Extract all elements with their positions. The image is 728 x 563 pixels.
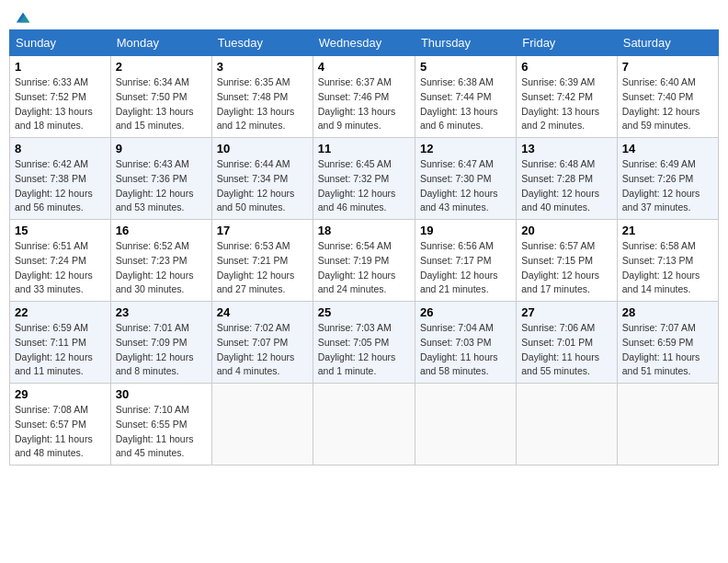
day-info: Sunrise: 6:33 AM Sunset: 7:52 PM Dayligh… xyxy=(15,75,106,133)
day-number: 29 xyxy=(15,387,106,401)
day-number: 25 xyxy=(318,305,410,319)
day-number: 15 xyxy=(15,224,106,237)
calendar-cell: 30 Sunrise: 7:10 AM Sunset: 6:55 PM Dayl… xyxy=(110,384,211,465)
calendar-cell: 12 Sunrise: 6:47 AM Sunset: 7:30 PM Dayl… xyxy=(415,138,516,220)
day-header-tuesday: Tuesday xyxy=(211,30,313,56)
day-info: Sunrise: 6:48 AM Sunset: 7:28 PM Dayligh… xyxy=(521,157,611,215)
day-info: Sunrise: 7:02 AM Sunset: 7:07 PM Dayligh… xyxy=(217,321,308,379)
day-number: 20 xyxy=(521,224,611,237)
calendar-cell: 22 Sunrise: 6:59 AM Sunset: 7:11 PM Dayl… xyxy=(10,302,111,384)
day-info: Sunrise: 7:08 AM Sunset: 6:57 PM Dayligh… xyxy=(15,403,106,461)
calendar-cell: 6 Sunrise: 6:39 AM Sunset: 7:42 PM Dayli… xyxy=(517,56,617,138)
day-number: 3 xyxy=(217,60,308,74)
calendar-cell: 26 Sunrise: 7:04 AM Sunset: 7:03 PM Dayl… xyxy=(415,302,516,384)
calendar-cell xyxy=(211,384,313,465)
day-info: Sunrise: 7:03 AM Sunset: 7:05 PM Dayligh… xyxy=(318,321,410,379)
day-info: Sunrise: 6:47 AM Sunset: 7:30 PM Dayligh… xyxy=(420,157,511,215)
day-info: Sunrise: 6:56 AM Sunset: 7:17 PM Dayligh… xyxy=(420,239,511,297)
logo xyxy=(13,9,31,22)
calendar-cell: 20 Sunrise: 6:57 AM Sunset: 7:15 PM Dayl… xyxy=(517,220,617,302)
day-number: 1 xyxy=(15,60,106,74)
calendar-cell: 17 Sunrise: 6:53 AM Sunset: 7:21 PM Dayl… xyxy=(211,220,313,302)
calendar-cell xyxy=(617,384,718,465)
day-info: Sunrise: 6:40 AM Sunset: 7:40 PM Dayligh… xyxy=(622,75,713,133)
calendar-cell: 19 Sunrise: 6:56 AM Sunset: 7:17 PM Dayl… xyxy=(415,220,516,302)
page-header xyxy=(9,9,719,22)
calendar-week-row: 1 Sunrise: 6:33 AM Sunset: 7:52 PM Dayli… xyxy=(10,56,719,138)
calendar-cell xyxy=(415,384,516,465)
day-number: 10 xyxy=(217,142,308,155)
day-number: 21 xyxy=(622,224,713,237)
day-info: Sunrise: 7:07 AM Sunset: 6:59 PM Dayligh… xyxy=(622,321,713,379)
day-number: 4 xyxy=(318,60,410,74)
day-info: Sunrise: 7:04 AM Sunset: 7:03 PM Dayligh… xyxy=(420,321,511,379)
calendar-cell: 23 Sunrise: 7:01 AM Sunset: 7:09 PM Dayl… xyxy=(110,302,211,384)
day-info: Sunrise: 6:54 AM Sunset: 7:19 PM Dayligh… xyxy=(318,239,410,297)
calendar-cell: 29 Sunrise: 7:08 AM Sunset: 6:57 PM Dayl… xyxy=(10,384,111,465)
calendar-cell: 15 Sunrise: 6:51 AM Sunset: 7:24 PM Dayl… xyxy=(10,220,111,302)
day-number: 13 xyxy=(521,142,611,155)
day-number: 8 xyxy=(15,142,106,155)
calendar-cell: 11 Sunrise: 6:45 AM Sunset: 7:32 PM Dayl… xyxy=(313,138,415,220)
day-info: Sunrise: 6:35 AM Sunset: 7:48 PM Dayligh… xyxy=(217,75,308,133)
day-info: Sunrise: 6:51 AM Sunset: 7:24 PM Dayligh… xyxy=(15,239,106,297)
day-info: Sunrise: 6:53 AM Sunset: 7:21 PM Dayligh… xyxy=(217,239,308,297)
day-number: 9 xyxy=(116,142,207,155)
day-info: Sunrise: 6:39 AM Sunset: 7:42 PM Dayligh… xyxy=(521,75,611,133)
calendar-cell: 8 Sunrise: 6:42 AM Sunset: 7:38 PM Dayli… xyxy=(10,138,111,220)
calendar-cell: 24 Sunrise: 7:02 AM Sunset: 7:07 PM Dayl… xyxy=(211,302,313,384)
day-info: Sunrise: 7:01 AM Sunset: 7:09 PM Dayligh… xyxy=(116,321,207,379)
day-header-saturday: Saturday xyxy=(617,30,718,56)
calendar-cell: 5 Sunrise: 6:38 AM Sunset: 7:44 PM Dayli… xyxy=(415,56,516,138)
calendar-cell: 2 Sunrise: 6:34 AM Sunset: 7:50 PM Dayli… xyxy=(110,56,211,138)
calendar-week-row: 29 Sunrise: 7:08 AM Sunset: 6:57 PM Dayl… xyxy=(10,384,719,465)
calendar-week-row: 8 Sunrise: 6:42 AM Sunset: 7:38 PM Dayli… xyxy=(10,138,719,220)
calendar-header-row: SundayMondayTuesdayWednesdayThursdayFrid… xyxy=(10,30,719,56)
day-number: 24 xyxy=(217,305,308,319)
day-number: 23 xyxy=(116,305,207,319)
day-number: 5 xyxy=(420,60,511,74)
day-number: 22 xyxy=(15,305,106,319)
day-info: Sunrise: 6:57 AM Sunset: 7:15 PM Dayligh… xyxy=(521,239,611,297)
day-info: Sunrise: 6:44 AM Sunset: 7:34 PM Dayligh… xyxy=(217,157,308,215)
calendar-cell: 25 Sunrise: 7:03 AM Sunset: 7:05 PM Dayl… xyxy=(313,302,415,384)
day-info: Sunrise: 6:42 AM Sunset: 7:38 PM Dayligh… xyxy=(15,157,106,215)
calendar-cell: 13 Sunrise: 6:48 AM Sunset: 7:28 PM Dayl… xyxy=(517,138,617,220)
calendar-cell: 28 Sunrise: 7:07 AM Sunset: 6:59 PM Dayl… xyxy=(617,302,718,384)
calendar-cell: 7 Sunrise: 6:40 AM Sunset: 7:40 PM Dayli… xyxy=(617,56,718,138)
day-number: 14 xyxy=(622,142,713,155)
day-info: Sunrise: 7:10 AM Sunset: 6:55 PM Dayligh… xyxy=(116,403,207,461)
calendar-cell xyxy=(313,384,415,465)
calendar-table: SundayMondayTuesdayWednesdayThursdayFrid… xyxy=(9,29,719,465)
day-info: Sunrise: 6:59 AM Sunset: 7:11 PM Dayligh… xyxy=(15,321,106,379)
calendar-week-row: 22 Sunrise: 6:59 AM Sunset: 7:11 PM Dayl… xyxy=(10,302,719,384)
day-info: Sunrise: 6:49 AM Sunset: 7:26 PM Dayligh… xyxy=(622,157,713,215)
day-number: 18 xyxy=(318,224,410,237)
day-info: Sunrise: 6:58 AM Sunset: 7:13 PM Dayligh… xyxy=(622,239,713,297)
day-info: Sunrise: 6:52 AM Sunset: 7:23 PM Dayligh… xyxy=(116,239,207,297)
day-number: 19 xyxy=(420,224,511,237)
day-header-friday: Friday xyxy=(517,30,617,56)
day-number: 27 xyxy=(521,305,611,319)
calendar-cell: 10 Sunrise: 6:44 AM Sunset: 7:34 PM Dayl… xyxy=(211,138,313,220)
calendar-cell: 3 Sunrise: 6:35 AM Sunset: 7:48 PM Dayli… xyxy=(211,56,313,138)
calendar-cell: 18 Sunrise: 6:54 AM Sunset: 7:19 PM Dayl… xyxy=(313,220,415,302)
day-number: 30 xyxy=(116,387,207,401)
calendar-week-row: 15 Sunrise: 6:51 AM Sunset: 7:24 PM Dayl… xyxy=(10,220,719,302)
day-header-sunday: Sunday xyxy=(10,30,111,56)
calendar-cell: 21 Sunrise: 6:58 AM Sunset: 7:13 PM Dayl… xyxy=(617,220,718,302)
day-number: 7 xyxy=(622,60,713,74)
calendar-cell: 16 Sunrise: 6:52 AM Sunset: 7:23 PM Dayl… xyxy=(110,220,211,302)
day-info: Sunrise: 6:37 AM Sunset: 7:46 PM Dayligh… xyxy=(318,75,410,133)
calendar-cell: 4 Sunrise: 6:37 AM Sunset: 7:46 PM Dayli… xyxy=(313,56,415,138)
day-number: 11 xyxy=(318,142,410,155)
day-info: Sunrise: 6:45 AM Sunset: 7:32 PM Dayligh… xyxy=(318,157,410,215)
day-header-monday: Monday xyxy=(110,30,211,56)
day-number: 26 xyxy=(420,305,511,319)
day-number: 2 xyxy=(116,60,207,74)
day-number: 12 xyxy=(420,142,511,155)
calendar-cell xyxy=(517,384,617,465)
logo-icon xyxy=(15,9,31,26)
calendar-cell: 9 Sunrise: 6:43 AM Sunset: 7:36 PM Dayli… xyxy=(110,138,211,220)
day-number: 16 xyxy=(116,224,207,237)
